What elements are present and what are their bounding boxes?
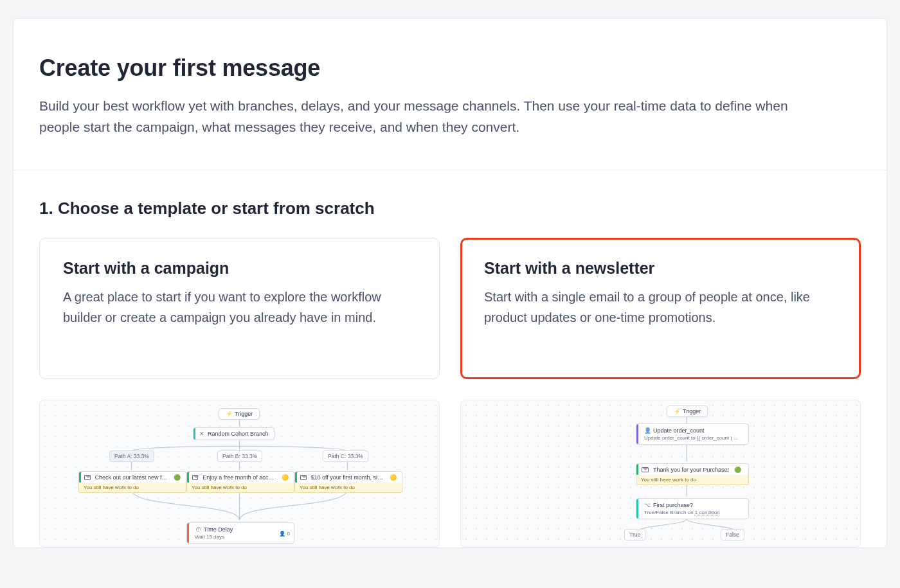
node-update-order-count: 👤 Update order_count Update order_count … [636, 423, 749, 445]
person-icon: 👤 [644, 427, 651, 434]
people-count: 👤 0 [279, 530, 290, 536]
card-body: 1. Choose a template or start from scrat… [14, 170, 887, 548]
email-node-c: $10 off your first month, sign up … 🟡 [294, 471, 402, 484]
envelope-icon [300, 475, 307, 480]
work-tag-b: You still have work to do [186, 483, 294, 493]
work-tag-c: You still have work to do [294, 483, 402, 493]
option-campaign[interactable]: Start with a campaign A great place to s… [39, 238, 440, 379]
option-newsletter-description: Start with a single email to a group of … [484, 287, 837, 328]
template-preview-campaign[interactable]: ⚡Trigger ✕Random Cohort Branch Path A: 3… [39, 400, 440, 548]
path-a-label: Path A: 33.3% [109, 450, 154, 462]
option-campaign-description: A great place to start if you want to ex… [63, 287, 416, 328]
path-c-label: Path C: 33.3% [323, 450, 368, 462]
node-first-purchase: ⌥ First purchase? True/False Branch on 1… [636, 498, 749, 519]
option-grid: Start with a campaign A great place to s… [39, 238, 861, 379]
option-newsletter-title: Start with a newsletter [484, 259, 837, 278]
option-newsletter[interactable]: Start with a newsletter Start with a sin… [460, 238, 861, 379]
option-campaign-title: Start with a campaign [63, 259, 416, 278]
bolt-icon: ⚡ [226, 411, 232, 417]
page-root: Create your first message Build your bes… [0, 0, 900, 548]
email-node-thank-you: Thank you for your Purchase! 🟢 [636, 463, 749, 476]
branch-icon: ✕ [199, 431, 205, 437]
condition-link: 1 condition [695, 510, 720, 515]
page-title: Create your first message [39, 55, 861, 82]
page-description: Build your best workflow yet with branch… [39, 96, 811, 138]
envelope-icon [84, 475, 91, 480]
email-node-b: Enjoy a free month of access, on … 🟡 [186, 471, 294, 484]
email-node-a: Check out our latest new features! 🟢 [78, 471, 186, 484]
branch-icon: ⌥ [644, 502, 651, 508]
bolt-icon: ⚡ [674, 408, 680, 414]
card-header: Create your first message Build your bes… [14, 19, 887, 170]
status-dot-icon: 🟡 [390, 474, 397, 481]
work-tag: You still have work to do [636, 475, 749, 485]
status-dot-icon: 🟢 [174, 474, 181, 481]
path-b-label: Path B: 33.3% [217, 450, 262, 462]
branch-false-label: False [721, 529, 744, 540]
envelope-icon [192, 475, 198, 480]
work-tag-a: You still have work to do [78, 483, 186, 493]
node-time-delay: ⏱ Time Delay 👤 0 Wait 15 days [186, 522, 294, 544]
branch-true-label: True [624, 529, 645, 540]
status-dot-icon: 🟡 [282, 474, 289, 481]
envelope-icon [642, 467, 649, 472]
template-preview-newsletter[interactable]: ⚡Trigger 👤 Update order_count Update ord… [460, 400, 861, 548]
status-dot-icon: 🟢 [734, 467, 741, 473]
node-trigger: ⚡Trigger [219, 408, 260, 420]
section-title: 1. Choose a template or start from scrat… [39, 199, 861, 218]
clock-icon: ⏱ [195, 526, 201, 533]
node-trigger: ⚡Trigger [667, 405, 708, 417]
node-random-cohort-branch: ✕Random Cohort Branch [193, 427, 274, 440]
template-previews: ⚡Trigger ✕Random Cohort Branch Path A: 3… [39, 400, 861, 548]
main-card: Create your first message Build your bes… [13, 18, 887, 548]
